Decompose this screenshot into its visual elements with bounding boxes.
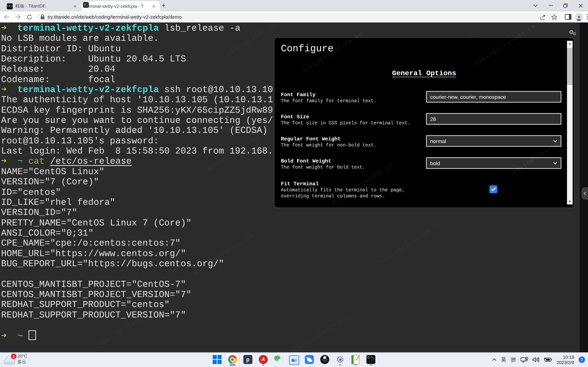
obs-studio-icon [320,355,329,364]
field-label: Regular Font Weight [281,136,420,142]
terminal-line: HOME_URL="https://www.centos.org/" [1,249,273,259]
taskbar-apps: pA⚙C:\_ [211,353,377,366]
select-value: normal [430,138,446,144]
temperature-text: 20°C [17,354,27,359]
font-family-input[interactable] [426,91,562,103]
close-window-button[interactable] [573,0,588,11]
restore-button[interactable] [558,0,573,11]
watermark-text: admin@titanide.cn [379,221,443,266]
scroll-down-icon[interactable]: ▼ [567,199,573,204]
forward-icon[interactable] [13,12,23,22]
tab-search-chevron-icon[interactable] [528,0,543,11]
terminal-cursor [28,330,36,340]
taskbar-app-chrome[interactable] [226,353,239,366]
taskbar-app-cmd-terminal[interactable]: C:\_ [364,353,377,366]
taskbar-app-wechat[interactable] [272,353,285,366]
terminal-line: ➜ ~ cat /etc/os-release [1,156,273,167]
terminal-line: ID_LIKE="rhel fedora" [1,197,273,208]
terminal-line: Codename: focal [1,74,273,85]
tab-titanide[interactable]: <t> 模板 - TitanIDE × [4,1,81,11]
terminal-line: NAME="CentOS Linux" [1,167,273,177]
terminal-line: VERSION_ID="7" [1,208,273,218]
terminal-line [1,320,273,330]
wechat-icon [274,355,283,364]
weather-widget[interactable]: 1 20°C 多云 [4,354,27,365]
system-monitor-icon [289,355,299,365]
taskbar-app-red-a-app[interactable]: A [257,353,270,366]
panel-collapse-handle[interactable] [582,187,588,200]
tray-clock[interactable]: 10:19 2023/2/9 [557,354,574,365]
terminal-line: CENTOS_MANTISBT_PROJECT="CentOS-7" [1,279,273,290]
dialog-scrollbar[interactable]: ▲ ▼ [567,41,573,204]
minimize-button[interactable] [543,0,558,11]
taskbar-app-system-monitor[interactable] [288,353,300,366]
settings-icon: ⚙ [336,355,345,364]
watermark-text: admin@titanide.cn [473,23,537,67]
windows-taskbar: 1 20°C 多云 pA⚙C:\_ 英 拼 10:19 2023/2/9 2 [0,352,588,367]
terminal-line: ➜ ~ [1,330,273,341]
hidden-icons-chevron-icon[interactable] [492,358,497,361]
cmd-terminal-icon: C:\_ [366,355,375,364]
field-description: The font weight for bold text. [281,164,416,170]
terminal-line: The authenticity of host '10.10.13.105 (… [1,95,273,105]
taskbar-app-obs-studio[interactable] [319,353,331,366]
titanide-favicon-icon: <t> [7,3,13,9]
taskbar-app-picpick[interactable]: p [242,353,254,366]
tab-terminal-wetty[interactable]: >_ terminal-wetty-v2-zekfcpla - T × [82,1,160,11]
taskbar-app-notepad[interactable] [349,353,362,366]
dialog-title: Configure [281,43,334,54]
weather-badge: 1 [11,354,17,359]
terminal-output[interactable]: ➜ terminal-wetty-v2-zekfcpla lsb_release… [1,23,273,341]
bookmark-star-icon[interactable] [551,14,557,20]
field-description: Automatically fits the terminal to the p… [281,187,416,199]
url-text: try.titanide.cn/ide/web/coding/terminal-… [48,14,540,20]
terminal-line: PRETTY_NAME="CentOS Linux 7 (Core)" [1,218,273,228]
new-tab-button[interactable]: + [159,1,168,10]
address-bar[interactable]: try.titanide.cn/ide/web/coding/terminal-… [37,13,561,21]
font-size-input[interactable] [426,113,562,125]
windows-start-icon [213,355,222,364]
field-description: The font weight for non-bold text. [281,142,416,149]
lang-indicator-en[interactable]: 英 [501,356,506,363]
lang-indicator-pinyin[interactable]: 拼 [511,356,516,363]
fit-terminal-checkbox[interactable] [489,185,497,193]
settings-gears-icon[interactable]: ⚙⚙ [569,29,578,35]
taskbar-app-dingtalk[interactable] [303,353,316,366]
watermark-text: admin@titanide.cn [285,314,349,352]
network-monitor-icon[interactable] [520,357,528,363]
chevron-down-icon [553,162,557,164]
system-tray: 英 拼 10:19 2023/2/9 2 [492,352,585,367]
taskbar-app-windows-start[interactable] [211,353,224,366]
back-icon[interactable] [2,12,11,22]
profile-avatar[interactable] [575,13,583,21]
battery-plug-icon[interactable] [544,357,552,362]
field-label: Fit Terminal [281,181,420,187]
terminal-line: VERSION="7 (Core)" [1,177,273,187]
share-icon[interactable] [540,14,546,20]
time-text: 10:19 [563,354,574,360]
browser-tab-strip: <t> 模板 - TitanIDE × >_ terminal-wetty-v2… [0,0,588,11]
tab-close-icon[interactable]: × [151,3,157,9]
notification-badge[interactable]: 2 [579,357,585,363]
scroll-up-icon[interactable]: ▲ [567,41,573,46]
regular-font-weight-select[interactable]: normal [426,135,562,147]
taskbar-app-settings[interactable]: ⚙ [334,353,346,366]
terminal-favicon-icon: >_ [83,2,89,8]
terminal-line: ➜ terminal-wetty-v2-zekfcpla lsb_release… [1,23,273,33]
terminal-line: BUG_REPORT_URL="https://bugs.centos.org/… [1,259,273,269]
scrollbar-thumb[interactable] [567,48,573,85]
terminal-line [1,269,273,279]
picpick-icon: p [243,355,252,364]
volume-icon[interactable] [533,357,539,362]
terminal-line: REDHAT_SUPPORT_PRODUCT_VERSION="7" [1,310,273,320]
side-panel-icon[interactable] [565,14,571,20]
tab-title: terminal-wetty-v2-zekfcpla - T [85,4,148,9]
terminal-line: CENTOS_MANTISBT_PROJECT_VERSION="7" [1,290,273,300]
terminal-line: REDHAT_SUPPORT_PRODUCT="centos" [1,300,273,310]
tab-close-icon[interactable]: × [72,3,78,9]
reload-icon[interactable] [25,12,34,22]
terminal-line: ANSI_COLOR="0;31" [1,228,273,238]
browser-menu-icon[interactable] [587,14,588,20]
bold-font-weight-select[interactable]: bold [426,157,562,169]
select-value: bold [430,160,440,166]
